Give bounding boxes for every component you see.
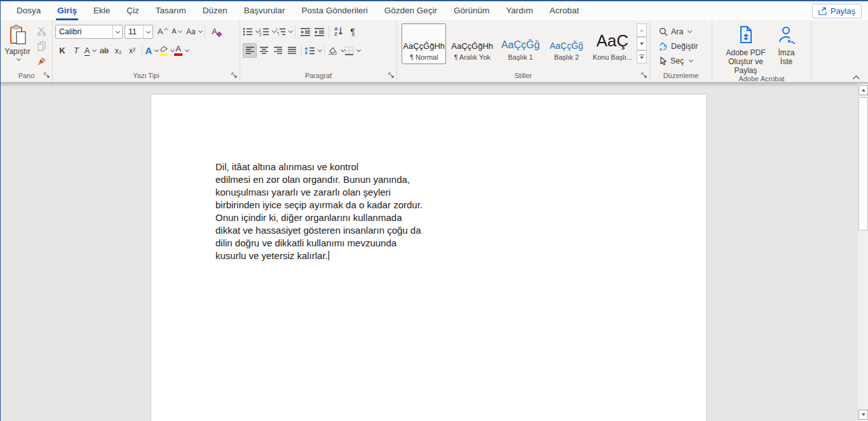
align-right-icon xyxy=(273,46,283,55)
scroll-up-button[interactable] xyxy=(858,85,868,95)
style-aralik-yok[interactable]: AaÇçĞğHh ¶ Aralık Yok xyxy=(447,23,497,64)
grow-font-button[interactable]: A xyxy=(156,24,170,39)
cut-button[interactable] xyxy=(34,25,48,37)
shading-button[interactable] xyxy=(327,43,344,58)
svg-text:3: 3 xyxy=(259,33,261,36)
decrease-indent-icon xyxy=(300,27,311,36)
shrink-font-label: A xyxy=(172,28,176,35)
font-name-dropdown[interactable] xyxy=(112,25,122,38)
font-size-dropdown[interactable] xyxy=(143,25,153,38)
clear-formatting-button[interactable]: A xyxy=(208,24,222,39)
italic-button[interactable]: T xyxy=(69,43,83,58)
style-baslik-2[interactable]: AaÇçĞğ Başlık 2 xyxy=(544,23,588,64)
share-button[interactable]: Paylaş xyxy=(812,4,862,18)
group-styles: AaÇçĞğHh ¶ Normal AaÇçĞğHh ¶ Aralık Yok … xyxy=(397,20,650,82)
collapse-ribbon-button[interactable] xyxy=(852,75,860,80)
scroll-down-button[interactable] xyxy=(858,410,868,420)
text-effects-button[interactable]: A xyxy=(145,43,159,58)
format-painter-button[interactable] xyxy=(34,55,48,68)
font-size-combobox[interactable]: 11 xyxy=(125,25,153,39)
replace-label: Değiştir xyxy=(671,42,698,51)
font-color-button[interactable]: A xyxy=(174,43,189,58)
line-spacing-icon xyxy=(304,46,315,55)
style-preview: AaÇçĞğ xyxy=(501,39,539,51)
style-preview: AaÇçĞğ xyxy=(550,41,583,51)
align-center-button[interactable] xyxy=(257,43,271,58)
tab-gorunum[interactable]: Görünüm xyxy=(445,1,498,20)
strikethrough-button[interactable]: ab xyxy=(97,43,111,58)
tab-duzen[interactable]: Düzen xyxy=(194,1,236,20)
clipboard-dialog-launcher[interactable] xyxy=(44,72,50,79)
styles-dialog-launcher[interactable] xyxy=(641,72,648,79)
tab-acrobat[interactable]: Acrobat xyxy=(541,1,588,20)
paste-button[interactable]: Yapıştır xyxy=(3,22,32,60)
paragraph-dialog-launcher[interactable] xyxy=(388,72,395,79)
paste-clipboard-icon xyxy=(8,25,27,45)
style-normal[interactable]: AaÇçĞğHh ¶ Normal xyxy=(402,23,446,64)
find-button[interactable]: Ara xyxy=(656,25,708,38)
scrollbar-thumb[interactable] xyxy=(858,97,868,231)
group-paragraph: 123 1ai xyxy=(240,20,397,82)
strikethrough-label: ab xyxy=(100,46,109,55)
tab-basvurular[interactable]: Başvurular xyxy=(236,1,294,20)
style-name: Başlık 1 xyxy=(508,53,533,61)
grow-font-label: A xyxy=(158,27,163,36)
document-page[interactable]: Dil, itâat altına alınması ve kontrol ed… xyxy=(151,95,706,421)
font-group-label: Yazı Tipi xyxy=(133,72,159,79)
decrease-indent-button[interactable] xyxy=(298,24,312,39)
font-name-combobox[interactable]: Calibri xyxy=(55,25,123,39)
style-baslik-1[interactable]: AaÇçĞğ Başlık 1 xyxy=(498,23,543,64)
align-left-button[interactable] xyxy=(243,43,257,58)
create-pdf-button[interactable]: Adobe PDFOluştur ve Paylaş xyxy=(722,22,770,75)
request-signature-button[interactable]: İmzaİste xyxy=(772,22,801,66)
bold-button[interactable]: K xyxy=(55,43,69,58)
increase-indent-button[interactable] xyxy=(312,24,326,39)
group-acrobat: Adobe PDFOluştur ve Paylaş İmzaİste Adob… xyxy=(712,20,811,82)
borders-grid-icon xyxy=(344,46,354,55)
triangle-down-icon xyxy=(640,43,644,45)
justify-button[interactable] xyxy=(285,43,299,58)
borders-button[interactable] xyxy=(344,43,360,58)
change-case-button[interactable]: Aa xyxy=(186,24,202,39)
text-line: dilin doğru ve dikkatli kullanımı mevzuu… xyxy=(215,237,441,250)
tab-giris[interactable]: Giriş xyxy=(49,1,85,20)
tab-dosya[interactable]: Dosya xyxy=(8,1,49,20)
copy-button[interactable] xyxy=(34,40,48,53)
text-cursor xyxy=(329,251,329,260)
sort-button[interactable]: AZ xyxy=(332,24,346,39)
tab-yardim[interactable]: Yardım xyxy=(498,1,541,20)
align-right-button[interactable] xyxy=(271,43,285,58)
replace-button[interactable]: bc Değiştir xyxy=(656,39,708,53)
style-konu-basligi[interactable]: AaÇ Konu Başlı... xyxy=(590,23,635,64)
bullet-list-button[interactable] xyxy=(243,24,259,39)
vertical-scrollbar[interactable] xyxy=(857,84,868,421)
tab-ekle[interactable]: Ekle xyxy=(85,1,118,20)
tab-ciz[interactable]: Çiz xyxy=(118,1,147,20)
show-formatting-marks-button[interactable]: ¶ xyxy=(346,24,360,39)
style-name: ¶ Aralık Yok xyxy=(454,53,491,61)
tab-tasarim[interactable]: Tasarım xyxy=(147,1,194,20)
shrink-font-button[interactable]: A xyxy=(170,24,184,39)
paragraph-group-label: Paragraf xyxy=(305,72,332,79)
chevron-down-icon xyxy=(288,28,293,32)
numbered-list-button[interactable]: 123 xyxy=(259,24,276,39)
styles-scroll-up-button[interactable] xyxy=(637,23,647,37)
multilevel-list-button[interactable]: 1ai xyxy=(276,24,292,39)
tab-posta-gonderileri[interactable]: Posta Gönderileri xyxy=(293,1,376,20)
format-painter-brush-icon xyxy=(36,57,46,67)
subscript-button[interactable]: x₂ xyxy=(111,43,125,58)
paste-dropdown-chevron-icon xyxy=(16,57,20,61)
underline-button[interactable]: A xyxy=(83,43,97,58)
sort-icon: AZ xyxy=(334,27,343,37)
styles-scroll-down-button[interactable] xyxy=(637,37,647,50)
document-text[interactable]: Dil, itâat altına alınması ve kontrol ed… xyxy=(215,161,441,262)
ribbon-tab-bar: Dosya Giriş Ekle Çiz Tasarım Düzen Başvu… xyxy=(1,1,868,20)
highlight-color-button[interactable] xyxy=(159,43,174,58)
tab-gozden-gecir[interactable]: Gözden Geçir xyxy=(376,1,445,20)
superscript-button[interactable]: x² xyxy=(125,43,139,58)
select-button[interactable]: Seç xyxy=(656,54,708,67)
styles-gallery-more-button[interactable] xyxy=(637,50,647,63)
line-spacing-button[interactable] xyxy=(304,43,322,58)
search-icon xyxy=(659,27,668,36)
font-dialog-launcher[interactable] xyxy=(231,72,238,79)
